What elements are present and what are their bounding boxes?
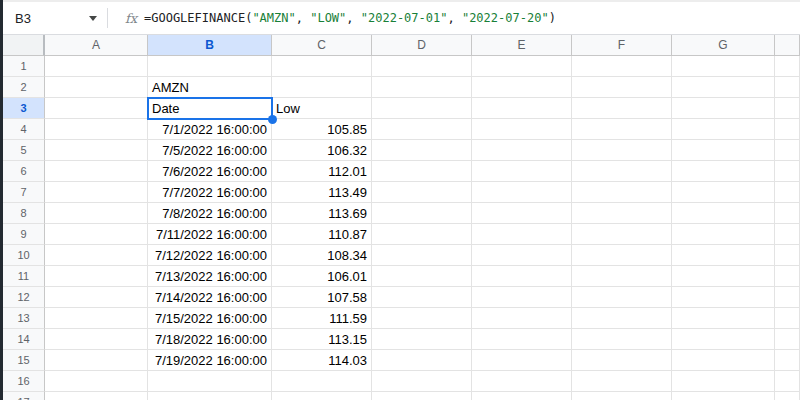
cell-D14[interactable] <box>372 329 472 350</box>
cell-B8[interactable]: 7/8/2022 16:00:00 <box>148 203 272 224</box>
row-header-12[interactable]: 12 <box>3 287 45 308</box>
cell-D9[interactable] <box>372 224 472 245</box>
cell-F2[interactable] <box>572 77 672 98</box>
row-header-9[interactable]: 9 <box>3 224 45 245</box>
cell-A14[interactable] <box>45 329 148 350</box>
cell-F6[interactable] <box>572 161 672 182</box>
cell-partial13[interactable] <box>775 308 800 329</box>
cell-E10[interactable] <box>472 245 572 266</box>
cell-G2[interactable] <box>672 77 775 98</box>
cell-A6[interactable] <box>45 161 148 182</box>
cell-D11[interactable] <box>372 266 472 287</box>
cell-B17[interactable] <box>148 392 272 400</box>
cell-F9[interactable] <box>572 224 672 245</box>
cell-D16[interactable] <box>372 371 472 392</box>
cell-partial10[interactable] <box>775 245 800 266</box>
cell-F14[interactable] <box>572 329 672 350</box>
cell-D8[interactable] <box>372 203 472 224</box>
cell-D13[interactable] <box>372 308 472 329</box>
cell-F15[interactable] <box>572 350 672 371</box>
cell-C5[interactable]: 106.32 <box>272 140 372 161</box>
cell-C6[interactable]: 112.01 <box>272 161 372 182</box>
cell-C4[interactable]: 105.85 <box>272 119 372 140</box>
row-header-17[interactable]: 17 <box>3 392 45 400</box>
cell-partial8[interactable] <box>775 203 800 224</box>
cell-E13[interactable] <box>472 308 572 329</box>
cell-C3[interactable]: Low <box>272 98 372 119</box>
cell-G11[interactable] <box>672 266 775 287</box>
cell-B6[interactable]: 7/6/2022 16:00:00 <box>148 161 272 182</box>
cell-A5[interactable] <box>45 140 148 161</box>
chevron-down-icon[interactable] <box>89 16 97 21</box>
cell-C7[interactable]: 113.49 <box>272 182 372 203</box>
cell-partial7[interactable] <box>775 182 800 203</box>
cell-E9[interactable] <box>472 224 572 245</box>
formula-input[interactable]: =GOOGLEFINANCE("AMZN", "LOW", "2022-07-0… <box>144 11 556 25</box>
cell-B11[interactable]: 7/13/2022 16:00:00 <box>148 266 272 287</box>
column-header-C[interactable]: C <box>272 35 372 56</box>
cell-G9[interactable] <box>672 224 775 245</box>
row-header-2[interactable]: 2 <box>3 77 45 98</box>
cell-G12[interactable] <box>672 287 775 308</box>
cell-B3[interactable]: Date <box>148 98 272 119</box>
cell-E3[interactable] <box>472 98 572 119</box>
cell-D12[interactable] <box>372 287 472 308</box>
cell-B10[interactable]: 7/12/2022 16:00:00 <box>148 245 272 266</box>
cell-B13[interactable]: 7/15/2022 16:00:00 <box>148 308 272 329</box>
cell-E14[interactable] <box>472 329 572 350</box>
cell-partial11[interactable] <box>775 266 800 287</box>
cell-G15[interactable] <box>672 350 775 371</box>
cell-partial15[interactable] <box>775 350 800 371</box>
cell-B2[interactable]: AMZN <box>148 77 272 98</box>
cell-B4[interactable]: 7/1/2022 16:00:00 <box>148 119 272 140</box>
cell-E16[interactable] <box>472 371 572 392</box>
column-header-E[interactable]: E <box>472 35 572 56</box>
cell-C9[interactable]: 110.87 <box>272 224 372 245</box>
row-header-16[interactable]: 16 <box>3 371 45 392</box>
cell-D3[interactable] <box>372 98 472 119</box>
column-header-G[interactable]: G <box>672 35 775 56</box>
cell-D6[interactable] <box>372 161 472 182</box>
cell-D2[interactable] <box>372 77 472 98</box>
row-header-14[interactable]: 14 <box>3 329 45 350</box>
cell-D5[interactable] <box>372 140 472 161</box>
row-header-10[interactable]: 10 <box>3 245 45 266</box>
cell-D10[interactable] <box>372 245 472 266</box>
cell-B1[interactable] <box>148 56 272 77</box>
cell-A16[interactable] <box>45 371 148 392</box>
cell-E1[interactable] <box>472 56 572 77</box>
cell-B5[interactable]: 7/5/2022 16:00:00 <box>148 140 272 161</box>
cell-A9[interactable] <box>45 224 148 245</box>
cell-partial4[interactable] <box>775 119 800 140</box>
cell-F1[interactable] <box>572 56 672 77</box>
cell-D7[interactable] <box>372 182 472 203</box>
cell-G10[interactable] <box>672 245 775 266</box>
cell-B9[interactable]: 7/11/2022 16:00:00 <box>148 224 272 245</box>
cell-C8[interactable]: 113.69 <box>272 203 372 224</box>
cell-A4[interactable] <box>45 119 148 140</box>
cell-D1[interactable] <box>372 56 472 77</box>
cell-E6[interactable] <box>472 161 572 182</box>
cell-A15[interactable] <box>45 350 148 371</box>
cell-B12[interactable]: 7/14/2022 16:00:00 <box>148 287 272 308</box>
cell-partial5[interactable] <box>775 140 800 161</box>
cell-C11[interactable]: 106.01 <box>272 266 372 287</box>
cell-F8[interactable] <box>572 203 672 224</box>
cell-E15[interactable] <box>472 350 572 371</box>
cell-partial17[interactable] <box>775 392 800 400</box>
fill-handle[interactable] <box>268 115 277 124</box>
column-header-A[interactable]: A <box>45 35 148 56</box>
cell-F16[interactable] <box>572 371 672 392</box>
cell-C17[interactable] <box>272 392 372 400</box>
row-header-13[interactable]: 13 <box>3 308 45 329</box>
cell-E4[interactable] <box>472 119 572 140</box>
cell-G1[interactable] <box>672 56 775 77</box>
cell-A1[interactable] <box>45 56 148 77</box>
cell-F5[interactable] <box>572 140 672 161</box>
cell-partial6[interactable] <box>775 161 800 182</box>
row-header-15[interactable]: 15 <box>3 350 45 371</box>
cell-F11[interactable] <box>572 266 672 287</box>
cell-E7[interactable] <box>472 182 572 203</box>
row-header-6[interactable]: 6 <box>3 161 45 182</box>
row-header-8[interactable]: 8 <box>3 203 45 224</box>
